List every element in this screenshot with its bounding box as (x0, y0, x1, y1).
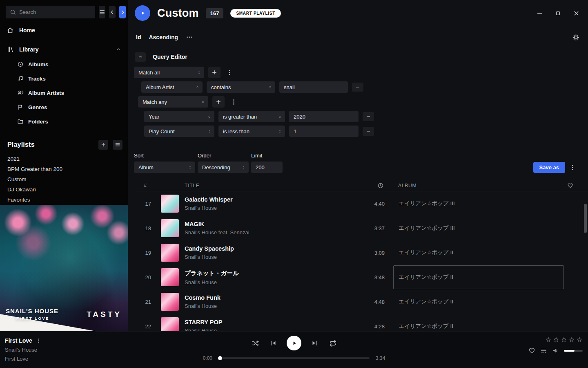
close-button[interactable] (570, 7, 582, 19)
maximize-button[interactable] (552, 7, 564, 19)
star-icon[interactable] (553, 337, 559, 343)
rule-operator-select[interactable]: is greater than (218, 111, 285, 122)
rule-operator-select[interactable]: contains (207, 81, 275, 93)
search-input[interactable] (19, 9, 91, 15)
sort-field-label[interactable]: Id (136, 34, 141, 40)
remove-rule-button[interactable] (352, 83, 363, 92)
sidebar-item-library[interactable]: Library (0, 42, 128, 57)
volume-slider[interactable] (564, 350, 583, 352)
table-row[interactable]: 20 プラネット・ガール Snail's House 3:48 エイリアン☆ポッ… (134, 265, 588, 289)
order-label: Order (198, 153, 249, 159)
table-row[interactable]: 18 MAGIK Snail's House feat. Sennzai 3:3… (134, 216, 588, 240)
track-number: 21 (145, 299, 157, 305)
rule-field-select[interactable]: Album Artist (141, 81, 203, 93)
elapsed-time: 0:00 (200, 355, 212, 361)
track-album-cell[interactable]: エイリアン☆ポップ II (393, 290, 564, 314)
table-row[interactable]: 17 Galactic Whisper Snail's House 4:40 エ… (134, 191, 588, 216)
star-icon[interactable] (561, 337, 567, 343)
vertical-scrollbar-thumb[interactable] (584, 204, 587, 233)
column-title[interactable]: TITLE (185, 183, 348, 188)
next-track-button[interactable] (309, 338, 320, 348)
playlist-item[interactable]: BPM Greater than 200 (0, 164, 128, 174)
remove-rule-button[interactable] (363, 112, 374, 121)
sort-select[interactable]: Album (134, 162, 195, 173)
column-number[interactable]: # (144, 182, 147, 188)
play-button[interactable] (287, 336, 301, 350)
order-select[interactable]: Descending (198, 162, 249, 173)
rule-field-select[interactable]: Play Count (144, 126, 214, 137)
track-album-cell[interactable]: エイリアン☆ポップ III (393, 216, 564, 240)
match-type-select[interactable]: Match all (134, 67, 204, 78)
rule-field-select[interactable]: Year (144, 111, 214, 122)
star-icon[interactable] (568, 337, 575, 343)
search-box[interactable] (6, 6, 95, 18)
sidebar-item-genres[interactable]: Genres (0, 100, 128, 114)
rule-value-input[interactable] (289, 126, 359, 137)
forward-button[interactable] (119, 6, 126, 18)
add-rule-button[interactable] (208, 67, 220, 78)
sidebar-item-albums[interactable]: Albums (0, 57, 128, 72)
now-playing-artwork[interactable]: SNAIL'S HOUSE FIRST LOVE TASTY (0, 205, 128, 331)
table-row[interactable]: 19 Candy Spaceship Snail's House 3:09 エイ… (134, 240, 588, 265)
star-icon[interactable] (576, 337, 583, 343)
query-menu-button[interactable] (568, 162, 577, 173)
chevron-up-icon[interactable] (116, 47, 121, 52)
playlist-item[interactable]: DJ Okawari (0, 184, 128, 195)
limit-input[interactable] (251, 162, 283, 173)
sidebar-item-folders[interactable]: Folders (0, 114, 128, 129)
more-options-button[interactable] (186, 34, 193, 41)
table-row[interactable]: 21 Cosmo Funk Snail's House 4:48 エイリアン☆ポ… (134, 289, 588, 314)
favorite-button[interactable] (528, 347, 535, 354)
sidebar-item-tracks[interactable]: Tracks (0, 72, 128, 86)
previous-track-button[interactable] (268, 338, 279, 348)
playlist-item[interactable]: Favorites (0, 195, 128, 205)
sort-order-label[interactable]: Ascending (149, 34, 178, 40)
add-rule-button[interactable] (212, 96, 225, 108)
duration-column-icon[interactable] (377, 182, 385, 189)
minimize-button[interactable] (533, 7, 546, 19)
track-table: # TITLE ALBUM 17 (128, 173, 588, 331)
save-as-button[interactable]: Save as (533, 162, 565, 173)
seek-knob[interactable] (218, 356, 222, 360)
playlist-item[interactable]: Custom (0, 174, 128, 184)
table-row[interactable]: 22 STARRY POP Snail's House 4:28 エイリアン☆ポ… (134, 314, 588, 331)
track-album-cell[interactable]: エイリアン☆ポップ II (393, 241, 564, 265)
sidebar-item-label: Home (19, 27, 35, 34)
seek-bar[interactable] (218, 357, 370, 359)
track-album: エイリアン☆ポップ II (399, 274, 453, 281)
add-playlist-button[interactable] (98, 140, 108, 150)
track-album-cell[interactable]: エイリアン☆ポップ II (393, 265, 564, 289)
sidebar-item-album-artists[interactable]: Album Artists (0, 86, 128, 100)
menu-button[interactable] (99, 6, 105, 18)
queue-button[interactable] (540, 347, 547, 354)
group-menu-button[interactable] (225, 67, 234, 78)
match-type-select[interactable]: Match any (138, 96, 208, 108)
collapse-query-editor-button[interactable] (135, 52, 146, 62)
track-album-cell[interactable]: エイリアン☆ポップ III (393, 192, 564, 215)
table-header: # TITLE ALBUM (134, 180, 588, 191)
now-playing-artist[interactable]: Snail's House (5, 347, 42, 353)
playlist-list-button[interactable] (113, 140, 122, 150)
rule-operator-select[interactable]: is less than (218, 126, 285, 137)
shuffle-button[interactable] (250, 338, 261, 348)
remove-rule-button[interactable] (363, 127, 374, 136)
column-album[interactable]: ALBUM (393, 183, 564, 188)
settings-gear-button[interactable] (572, 34, 580, 41)
star-icon[interactable] (545, 337, 552, 343)
rule-value-input[interactable] (289, 111, 359, 122)
favorite-column-icon[interactable] (567, 182, 588, 188)
back-button[interactable] (109, 6, 116, 18)
track-duration: 4:40 (374, 201, 385, 207)
track-album: エイリアン☆ポップ II (399, 249, 453, 256)
volume-icon[interactable] (552, 347, 559, 354)
track-album-cell[interactable]: エイリアン☆ポップ II (393, 314, 564, 331)
repeat-button[interactable] (327, 338, 338, 348)
rule-value-input[interactable] (279, 81, 348, 93)
playlist-item[interactable]: 2021 (0, 154, 128, 164)
now-playing-menu-button[interactable] (36, 338, 42, 344)
folder-icon (17, 118, 24, 125)
sidebar-item-home[interactable]: Home (0, 22, 128, 38)
group-menu-button[interactable] (229, 96, 238, 108)
now-playing-album[interactable]: First Love (5, 356, 42, 362)
play-playlist-button[interactable] (135, 5, 150, 21)
